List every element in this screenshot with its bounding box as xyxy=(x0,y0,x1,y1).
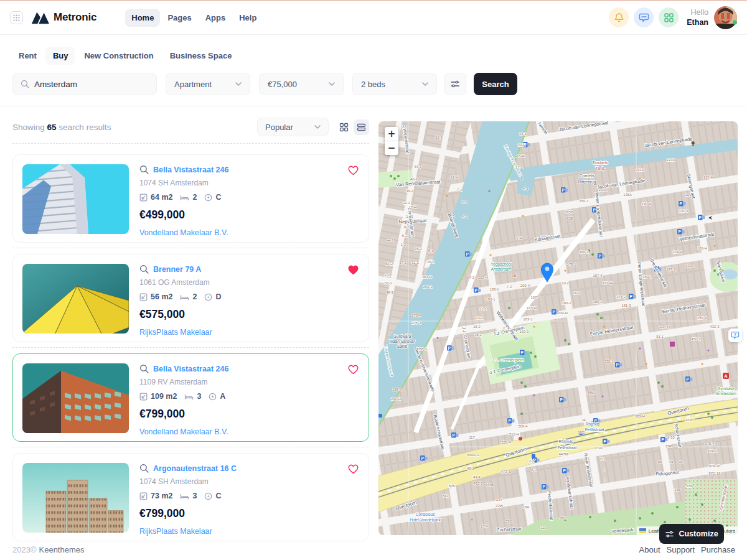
svg-text:P: P xyxy=(543,485,546,489)
map-house-number: 493-1 xyxy=(474,482,483,485)
listing-type-tabs: RentBuyNew ConstructionBusiness Space xyxy=(11,47,747,65)
footer-link-about[interactable]: About xyxy=(639,545,660,554)
map-house-number: 97A-10 xyxy=(709,464,721,468)
user-avatar[interactable] xyxy=(714,6,737,29)
footer-link-purchase[interactable]: Purchase xyxy=(701,545,735,554)
map-house-number: 97A-2 xyxy=(707,449,716,453)
map-customize-button[interactable]: Customize xyxy=(659,524,724,544)
favorite-button[interactable] xyxy=(348,265,359,278)
map-house-number: 264-1 xyxy=(423,285,433,289)
map-zoom-in-button[interactable]: + xyxy=(385,127,398,141)
map-house-number: 23W xyxy=(496,504,503,508)
metronic-logo[interactable]: Metronic xyxy=(31,11,96,24)
grid-view-icon xyxy=(339,123,349,132)
svg-text:P: P xyxy=(680,202,683,206)
svg-text:A: A xyxy=(724,374,727,378)
property-list: Bella Vistastraat 246 1074 SH Amsterdam … xyxy=(12,154,369,541)
property-title-link[interactable]: Argonautenstraat 16 C xyxy=(153,464,237,473)
agency-link[interactable]: RijksPlaats Makelaar xyxy=(139,328,344,337)
heart-icon xyxy=(348,166,359,175)
svg-text:P: P xyxy=(599,254,602,258)
apps-grid-button[interactable] xyxy=(10,11,23,24)
help-button[interactable]: ? xyxy=(728,329,742,342)
map-house-number: 37-2 xyxy=(399,261,406,264)
chat-button[interactable] xyxy=(634,7,654,27)
property-title-link[interactable]: Bella Vistastraat 246 xyxy=(153,365,228,373)
footer-link-support[interactable]: Support xyxy=(667,545,695,554)
bed-icon xyxy=(184,393,194,401)
property-card[interactable]: Bella Vistastraat 246 1109 RV Amsterdam … xyxy=(12,353,369,442)
map-house-number: 383-H xyxy=(635,414,645,418)
location-search-input[interactable]: Amsterdam xyxy=(12,73,157,95)
agency-link[interactable]: RijksPlaats Makelaar xyxy=(139,527,344,536)
map-house-number: 3-3 xyxy=(462,200,467,204)
area-icon xyxy=(139,492,148,500)
nav-item-apps[interactable]: Apps xyxy=(199,9,232,27)
area-icon xyxy=(139,393,148,401)
chevron-down-icon xyxy=(422,82,428,86)
map-house-number: 42 xyxy=(679,460,683,464)
map-house-number: 136A xyxy=(623,193,632,197)
list-view-button[interactable] xyxy=(354,119,369,135)
map-label: Gymbase xyxy=(717,386,735,391)
svg-text:P: P xyxy=(509,419,512,423)
sort-select[interactable]: Popular xyxy=(257,118,329,136)
nav-item-home[interactable]: Home xyxy=(125,9,160,27)
favorite-button[interactable] xyxy=(348,365,359,377)
tab-buy[interactable]: Buy xyxy=(45,47,76,65)
search-button[interactable]: Search xyxy=(474,73,517,95)
property-card[interactable]: Brenner 79 A 1061 OG Amsterdam 56 m2 2 D… xyxy=(12,254,369,342)
beds-select[interactable]: 2 beds xyxy=(352,73,437,95)
tab-new-construction[interactable]: New Construction xyxy=(77,47,161,65)
agency-link[interactable]: Vondelland Makelaar B.V. xyxy=(139,228,344,237)
map-house-number: 175-2 xyxy=(617,295,626,299)
favorite-button[interactable] xyxy=(348,166,359,178)
tab-business-space[interactable]: Business Space xyxy=(162,47,240,65)
property-card[interactable]: Bella Vistastraat 246 1074 SH Amsterdam … xyxy=(12,154,369,243)
property-card[interactable]: Argonautenstraat 16 C 1074 SH Amsterdam … xyxy=(12,453,369,541)
footer: 2023©Keenthemes AboutSupportPurchase xyxy=(12,541,735,558)
map-zoom-out-button[interactable]: − xyxy=(385,141,398,155)
header-actions: Hello Ethan xyxy=(604,6,737,29)
map[interactable]: A ✝ PPPPPPPPPPPPPPPPPPPPPPPPPP 50-344-34… xyxy=(378,121,738,535)
agency-link[interactable]: Vondelland Makelaar B.V. xyxy=(139,427,344,436)
tab-rent[interactable]: Rent xyxy=(11,47,44,65)
advanced-filters-button[interactable] xyxy=(444,73,466,95)
map-house-number: 51-1 xyxy=(656,335,664,338)
chevron-down-icon xyxy=(235,82,242,86)
zoom-icon xyxy=(139,364,149,373)
beds-stat: 2 xyxy=(180,193,197,202)
map-house-number: 20-H xyxy=(518,143,526,147)
map-house-number: 18A xyxy=(523,505,529,509)
property-address: 1074 SH Amsterdam xyxy=(139,477,344,486)
property-title-link[interactable]: Brenner 79 A xyxy=(153,265,201,274)
property-type-select[interactable]: Apartment xyxy=(166,73,250,95)
map-house-number: 166-2 xyxy=(580,250,589,254)
nav-item-pages[interactable]: Pages xyxy=(161,9,197,27)
map-house-number: 544B xyxy=(485,483,494,487)
property-price: €799,000 xyxy=(139,408,344,421)
property-title-link[interactable]: Bella Vistastraat 246 xyxy=(153,166,228,174)
map-house-number: 7 xyxy=(604,478,606,482)
map-house-number: 170-H xyxy=(603,281,613,285)
map-house-number: 17-4 xyxy=(481,525,488,528)
map-house-number: 1-2 xyxy=(401,243,406,246)
grid-view-button[interactable] xyxy=(336,119,352,135)
map-house-number: 195 xyxy=(674,488,680,492)
area-stat: 56 m2 xyxy=(139,292,172,301)
price-select[interactable]: €75,000 xyxy=(259,73,344,95)
apps-launcher-button[interactable] xyxy=(659,7,679,27)
map-house-number: 50S xyxy=(449,484,455,488)
notifications-button[interactable] xyxy=(609,7,629,27)
map-house-number: 512-H xyxy=(509,432,519,436)
favorite-button[interactable] xyxy=(348,464,359,477)
property-address: 1109 RV Amsterdam xyxy=(139,378,344,386)
energy-icon xyxy=(204,194,212,202)
map-label: Cornelis xyxy=(580,174,595,178)
energy-icon xyxy=(204,293,212,301)
map-house-number: 150-1 xyxy=(580,199,589,203)
map-label: J.J. Cremerplein xyxy=(492,358,524,363)
map-house-number: 43-4 xyxy=(473,475,481,479)
nav-item-help[interactable]: Help xyxy=(233,9,263,27)
property-image xyxy=(22,164,129,234)
